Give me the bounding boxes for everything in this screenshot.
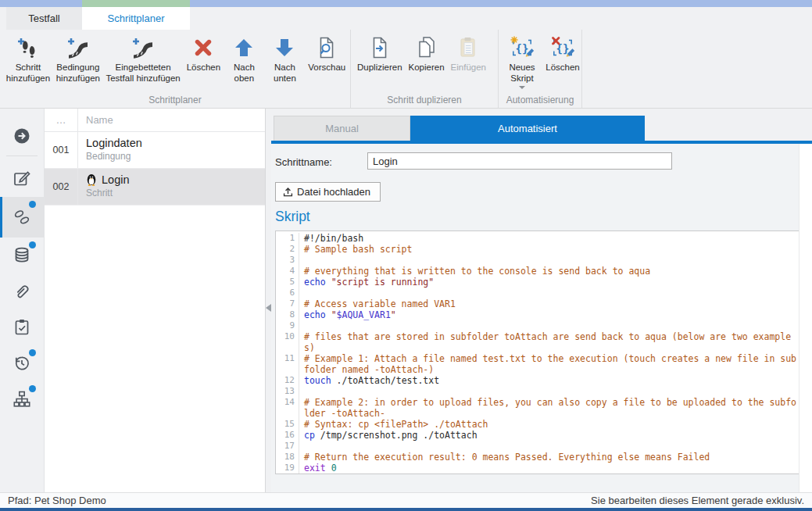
token-com: # Syntax: cp <filePath> ./toAttach (304, 419, 488, 430)
step-list-rows: 001LogindatenBedingung002LoginSchritt (45, 132, 265, 205)
code-line: 13 (276, 386, 799, 397)
code-line: 11# Example 1: Attach a file named test.… (276, 353, 799, 375)
sidebar-item-history[interactable] (0, 345, 44, 381)
sidebar (0, 109, 45, 492)
token-com: # Example 1: Attach a file named test.tx… (304, 353, 796, 375)
ribbon-button-label: Duplizieren (357, 63, 402, 73)
line-number: 13 (276, 386, 299, 397)
code-line: 6 (276, 288, 799, 298)
code-line-content (304, 441, 799, 452)
notification-badge (29, 241, 36, 248)
editor-tabs: Manual Automatisiert (274, 116, 645, 141)
sidebar-item-attachments[interactable] (0, 273, 44, 309)
add-step-button[interactable]: Schritthinzufügen (3, 33, 53, 85)
line-number: 3 (276, 255, 299, 266)
token-kw2: exit (304, 463, 326, 473)
tab-schrittplaner[interactable]: Schrittplaner (82, 7, 190, 30)
token-kw: echo (304, 309, 326, 320)
step-row-002[interactable]: 002LoginSchritt (45, 169, 265, 205)
line-number: 10 (276, 331, 299, 353)
token-com: # Example 2: in order to upload files, y… (304, 397, 796, 419)
statusbar: Pfad: Pet Shop Demo Sie bearbeiten diese… (0, 492, 812, 508)
line-number: 2 (276, 244, 299, 255)
step-row-001[interactable]: 001LogindatenBedingung (45, 132, 265, 169)
code-line-content (304, 386, 799, 397)
ribbon-group-2: DuplizierenKopierenEinfügenSchritt dupli… (351, 30, 499, 108)
script-new-icon: {} (509, 34, 535, 61)
code-line-content: # files that are stored in subfolder toA… (304, 331, 799, 353)
code-line-content: # Access variable named VAR1 (304, 298, 799, 309)
ribbon-group-1: SchritthinzufügenBedingunghinzufügenEing… (0, 30, 351, 108)
ribbon: SchritthinzufügenBedingunghinzufügenEing… (0, 30, 812, 109)
delete-step-button[interactable]: Löschen (183, 33, 224, 75)
copy-button[interactable]: Kopieren (406, 33, 448, 75)
code-line: 9 (276, 320, 799, 331)
ribbon-button-label: Einfügen (451, 63, 486, 73)
line-number: 12 (276, 375, 299, 386)
line-number: 8 (276, 309, 299, 320)
token-plain: /tmp/screnshot.png ./toAttach (315, 430, 478, 441)
line-number: 15 (276, 419, 299, 430)
statusbar-path: Pfad: Pet Shop Demo (8, 495, 106, 506)
tab-manual[interactable]: Manual (274, 116, 410, 141)
script-delete-icon: {} (549, 34, 576, 61)
column-header-num: … (45, 109, 78, 131)
sidebar-item-edit[interactable] (0, 161, 44, 197)
schrittname-input[interactable] (367, 152, 672, 170)
editor-panel: Manual Automatisiert Schrittname: Datei … (271, 109, 812, 492)
token-com: # Return the execution result: 0 means P… (304, 452, 710, 463)
move-up-button[interactable]: Nachoben (224, 33, 264, 85)
add-condition-button[interactable]: Bedingunghinzufügen (53, 33, 103, 85)
window-tabrow: Testfall Schrittplaner (0, 7, 812, 30)
sidebar-item-steps[interactable] (0, 197, 44, 238)
tab-testfall[interactable]: Testfall (6, 7, 82, 30)
token-var: $AQUA_VAR1 (337, 309, 391, 320)
delete-script-button[interactable]: {}Löschen (542, 33, 583, 75)
code-line-content: # Sample bash script (304, 244, 799, 255)
add-embedded-testcase-button[interactable]: EingebettetenTestfall hinzufügen (103, 33, 184, 85)
column-header-name: Name (78, 114, 265, 126)
notification-badge (29, 201, 36, 208)
move-down-button[interactable]: Nachunten (264, 33, 305, 85)
line-number: 6 (276, 288, 299, 298)
circle-arrow-icon (12, 126, 32, 146)
ribbon-group-label: Automatisierung (499, 95, 581, 105)
sidebar-item-data[interactable] (0, 238, 44, 273)
svg-text:{}: {} (516, 42, 529, 55)
ribbon-button-label: Nachoben (234, 63, 255, 84)
step-row-number: 002 (45, 169, 78, 205)
code-line-content: # everything that is written to the cons… (304, 266, 799, 277)
collapse-arrow-icon[interactable] (266, 304, 271, 312)
new-script-button[interactable]: {}NeuesSkript (502, 33, 542, 91)
statusbar-lock-message: Sie bearbeiten dieses Element gerade exk… (591, 495, 804, 506)
token-plain (326, 463, 331, 473)
upload-file-button[interactable]: Datei hochladen (275, 182, 381, 202)
edit-icon (12, 169, 32, 189)
sidebar-item-requirements[interactable] (0, 309, 44, 345)
code-line-content: touch ./toAttach/test.txt (304, 375, 799, 386)
notification-badge (29, 385, 36, 392)
line-number: 7 (276, 298, 299, 309)
token-num: 0 (331, 463, 337, 473)
ribbon-button-label: Löschen (546, 63, 579, 73)
line-number: 1 (276, 233, 299, 244)
tab-automatisiert[interactable]: Automatisiert (410, 116, 645, 141)
ribbon-button-label: Schritthinzufügen (6, 63, 50, 84)
code-line-content: # Example 2: in order to upload files, y… (304, 397, 799, 419)
duplicate-button[interactable]: Duplizieren (354, 33, 406, 75)
penguin-icon (86, 173, 97, 186)
panel-splitter[interactable] (266, 109, 271, 492)
preview-button[interactable]: Vorschau (305, 33, 349, 75)
code-line: 8echo "$AQUA_VAR1" (276, 309, 799, 320)
scrollbar-track[interactable] (799, 144, 812, 492)
upload-button-label: Datei hochladen (297, 186, 370, 198)
preview-icon (313, 34, 340, 61)
step-row-name: Login (86, 173, 265, 186)
line-number: 5 (276, 277, 299, 288)
sidebar-item-collapse-panel[interactable] (0, 118, 44, 154)
sidebar-item-dependencies[interactable] (0, 381, 44, 417)
paste-button[interactable]: Einfügen (448, 33, 489, 75)
script-code-editor[interactable]: 1#!/bin/bash2# Sample bash script34# eve… (275, 230, 799, 474)
token-kw: touch (304, 375, 331, 386)
code-line: 1#!/bin/bash (276, 233, 799, 244)
